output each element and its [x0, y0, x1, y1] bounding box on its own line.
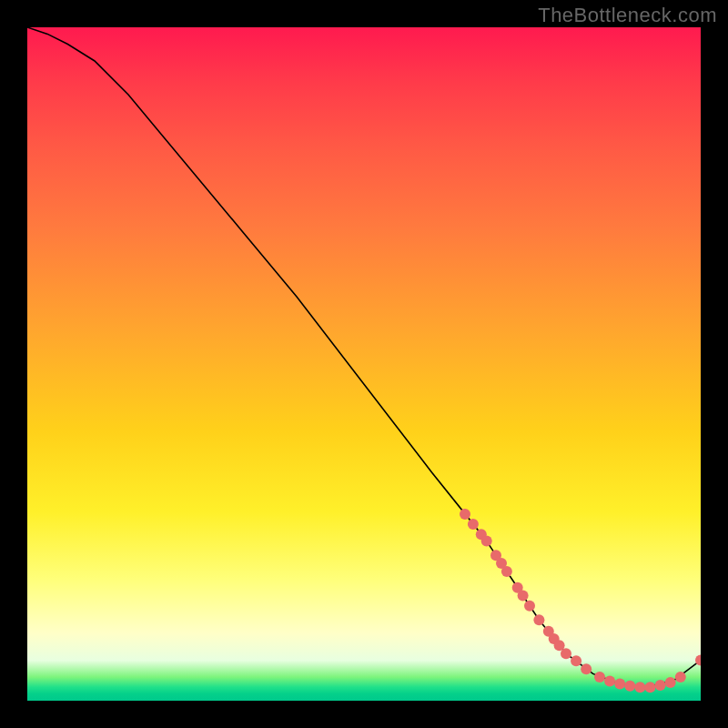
- curve-marker: [665, 677, 676, 688]
- curve-marker: [581, 663, 592, 674]
- curve-marker: [675, 672, 686, 682]
- curve-marker: [634, 682, 645, 693]
- curve-marker: [561, 648, 571, 659]
- curve-marker: [645, 682, 656, 693]
- curve-marker: [614, 679, 625, 690]
- plot-area: [27, 27, 701, 701]
- curve-marker: [524, 601, 535, 612]
- curve-marker: [604, 676, 615, 687]
- curve-marker: [501, 566, 512, 577]
- curve-marker: [518, 591, 529, 602]
- chart-frame: TheBottleneck.com: [0, 0, 728, 728]
- curve-markers: [460, 509, 701, 693]
- chart-svg: [27, 27, 701, 701]
- curve-marker: [594, 672, 605, 682]
- curve-marker: [533, 614, 544, 625]
- curve-marker: [460, 509, 470, 520]
- curve-marker: [655, 680, 666, 691]
- curve-marker: [468, 519, 479, 530]
- watermark-text: TheBottleneck.com: [538, 4, 717, 27]
- curve-marker: [624, 681, 635, 692]
- curve-marker: [571, 655, 581, 666]
- main-curve: [27, 27, 701, 687]
- curve-marker: [481, 536, 492, 547]
